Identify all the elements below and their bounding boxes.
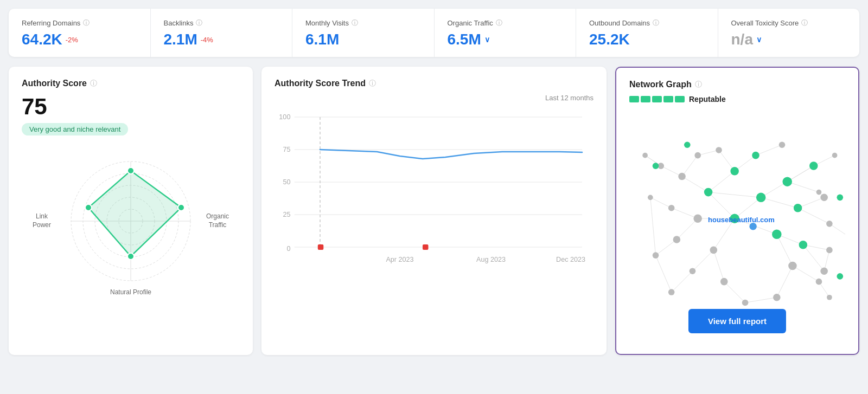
metric-number-organic-traffic: 6.5M — [448, 31, 481, 48]
svg-text:25: 25 — [283, 211, 290, 218]
metric-label-text-referring-domains: Referring Domains — [22, 19, 80, 27]
svg-rect-24 — [423, 244, 429, 250]
svg-line-69 — [745, 298, 777, 303]
svg-point-92 — [826, 247, 833, 254]
svg-point-103 — [730, 167, 739, 176]
svg-line-54 — [793, 266, 819, 282]
svg-point-101 — [756, 193, 765, 202]
legend-block-4 — [663, 96, 673, 102]
metric-info-icon-referring-domains[interactable]: ⓘ — [83, 18, 90, 28]
svg-line-49 — [787, 182, 819, 192]
trend-info-icon[interactable]: ⓘ — [369, 79, 376, 88]
metric-chevron-organic-traffic[interactable]: ∨ — [484, 35, 490, 44]
svg-point-91 — [820, 267, 828, 275]
authority-score-badge: Very good and niche relevant — [22, 123, 128, 135]
network-graph-title-text: Network Graph — [629, 80, 692, 89]
network-legend: Reputable — [629, 95, 845, 104]
metric-info-icon-monthly-visits[interactable]: ⓘ — [352, 18, 358, 28]
radar-chart: LinkPower OrganicTraffic Natural Profile — [22, 145, 240, 297]
domain-label: housebeautiful.com — [708, 216, 775, 224]
svg-point-83 — [668, 289, 675, 295]
svg-point-102 — [772, 230, 781, 239]
svg-point-108 — [809, 162, 818, 170]
svg-point-110 — [684, 141, 691, 148]
metric-label-text-outbound-domains: Outbound Domains — [589, 19, 650, 27]
svg-point-11 — [85, 204, 92, 211]
svg-line-41 — [713, 250, 724, 281]
svg-text:Apr 2023: Apr 2023 — [386, 256, 413, 263]
svg-text:100: 100 — [279, 113, 290, 121]
svg-point-10 — [127, 253, 134, 260]
view-full-report-button[interactable]: View full report — [688, 309, 786, 333]
svg-line-35 — [709, 192, 761, 198]
authority-trend-title: Authority Score Trend ⓘ — [275, 79, 593, 88]
cards-row: Authority Score ⓘ 75 Very good and niche… — [9, 67, 859, 355]
network-info-icon[interactable]: ⓘ — [695, 80, 702, 89]
svg-line-59 — [650, 197, 672, 208]
svg-point-106 — [799, 241, 808, 249]
svg-point-73 — [678, 173, 686, 180]
svg-point-100 — [704, 188, 713, 197]
authority-score-number: 75 — [22, 94, 240, 120]
svg-point-104 — [782, 177, 792, 186]
metric-monthly-visits: Monthly Visitsⓘ6.1M — [292, 9, 435, 57]
svg-line-57 — [672, 271, 693, 292]
radar-natural-profile-label: Natural Profile — [110, 288, 151, 297]
svg-line-70 — [656, 255, 672, 292]
metric-outbound-domains: Outbound Domainsⓘ25.2K — [576, 9, 718, 57]
svg-line-58 — [656, 240, 677, 255]
svg-line-43 — [676, 218, 698, 240]
svg-rect-23 — [318, 244, 324, 250]
svg-point-8 — [127, 167, 134, 174]
svg-line-45 — [682, 156, 698, 177]
svg-line-71 — [650, 197, 656, 255]
metric-label-text-monthly-visits: Monthly Visits — [305, 19, 349, 27]
svg-line-50 — [798, 197, 825, 208]
metric-info-icon-outbound-domains[interactable]: ⓘ — [653, 18, 659, 28]
authority-score-info-icon[interactable]: ⓘ — [90, 79, 97, 88]
svg-line-51 — [798, 208, 829, 224]
radar-organic-traffic-label: OrganicTraffic — [206, 212, 229, 229]
svg-point-111 — [837, 194, 843, 201]
metric-change-backlinks: -4% — [201, 36, 213, 44]
metric-toxicity-score: Overall Toxicity Scoreⓘn/a∨ — [718, 9, 860, 57]
metric-label-backlinks: Backlinksⓘ — [164, 18, 279, 28]
metric-backlinks: Backlinksⓘ2.1M-4% — [151, 9, 293, 57]
svg-point-96 — [832, 153, 838, 158]
svg-point-93 — [820, 194, 828, 202]
metric-number-outbound-domains: 25.2K — [589, 31, 630, 48]
metric-chevron-toxicity-score[interactable]: ∨ — [756, 35, 762, 44]
svg-line-33 — [682, 176, 709, 192]
svg-text:Aug 2023: Aug 2023 — [476, 256, 506, 263]
metric-info-icon-organic-traffic[interactable]: ⓘ — [496, 18, 502, 28]
metric-label-outbound-domains: Outbound Domainsⓘ — [589, 18, 705, 28]
legend-block-3 — [652, 96, 662, 102]
svg-point-75 — [710, 247, 718, 254]
svg-point-90 — [827, 295, 832, 300]
authority-score-card: Authority Score ⓘ 75 Very good and niche… — [9, 67, 253, 355]
svg-point-87 — [742, 300, 749, 306]
metric-referring-domains: Referring Domainsⓘ64.2K-2% — [9, 9, 151, 57]
metric-info-icon-toxicity-score[interactable]: ⓘ — [801, 18, 808, 28]
metric-number-monthly-visits: 6.1M — [305, 31, 339, 48]
metric-info-icon-backlinks[interactable]: ⓘ — [196, 18, 202, 28]
authority-trend-title-text: Authority Score Trend — [275, 79, 366, 88]
metric-value-backlinks: 2.1M-4% — [164, 31, 279, 48]
svg-line-39 — [777, 234, 793, 266]
svg-line-64 — [756, 145, 782, 155]
svg-point-98 — [788, 262, 797, 270]
svg-point-9 — [178, 204, 184, 211]
svg-line-56 — [724, 282, 745, 303]
svg-point-80 — [642, 153, 648, 158]
legend-blocks — [629, 96, 685, 102]
svg-point-95 — [826, 221, 833, 227]
svg-point-78 — [668, 205, 675, 211]
svg-text:50: 50 — [283, 178, 290, 186]
svg-text:0: 0 — [286, 245, 290, 253]
metric-label-toxicity-score: Overall Toxicity Scoreⓘ — [731, 18, 847, 28]
legend-block-1 — [629, 96, 639, 102]
svg-line-42 — [672, 208, 698, 218]
metric-number-backlinks: 2.1M — [164, 31, 197, 48]
trend-subtitle: Last 12 months — [275, 94, 593, 102]
metric-label-referring-domains: Referring Domainsⓘ — [22, 18, 137, 28]
